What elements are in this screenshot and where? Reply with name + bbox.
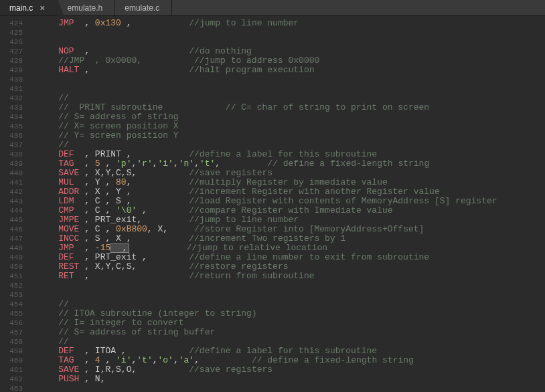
line-number: 456: [0, 318, 23, 328]
code-line: RET , //return from subroutine: [37, 272, 545, 281]
code-line: // Y= screen position Y: [37, 131, 545, 140]
code-line: NOP , //do nothing: [37, 47, 545, 56]
code-line: JMPE , PRT_exit, //jump to line number: [37, 215, 545, 225]
code-line: INCC , S , X , //increment Two registers…: [37, 234, 545, 243]
line-number: 455: [0, 309, 23, 318]
code-line: DEF , ITOA , //define a label for this s…: [37, 347, 545, 356]
line-number: 452: [0, 281, 23, 290]
line-number: 424: [0, 19, 23, 28]
line-number: 450: [0, 262, 23, 272]
tab-label: main.c: [9, 3, 33, 13]
line-number: 443: [0, 197, 23, 206]
code-line: // I= integer to convert: [37, 318, 545, 328]
code-line: [37, 75, 545, 84]
line-number: 449: [0, 253, 23, 262]
code-line: PUSH , N,: [37, 375, 545, 384]
code-line: REST , X,Y,C,S, //restore registers: [37, 262, 545, 272]
code-line: [37, 290, 545, 300]
code-line: LDM , C , S , //load Register with conte…: [37, 197, 545, 206]
code-line: DEF , PRINT , //define a label for this …: [37, 150, 545, 159]
line-number: 427: [0, 47, 23, 56]
code-line: SAVE , X,Y,C,S, //save registers: [37, 169, 545, 178]
code-line: //: [37, 300, 545, 309]
line-number: 457: [0, 328, 23, 337]
line-number: 458: [0, 337, 23, 347]
code-line: // S= address of string buffer: [37, 328, 545, 337]
code-line: [37, 281, 545, 290]
line-number: 438: [0, 150, 23, 159]
line-number: 441: [0, 178, 23, 187]
code-line: //: [37, 94, 545, 103]
line-number: 460: [0, 356, 23, 365]
code-line: //JMP , 0x0000, //jump to address 0x0000: [37, 56, 545, 66]
code-line: MUL , Y , 80, //multiply Register by imm…: [37, 178, 545, 187]
line-number: 426: [0, 37, 23, 47]
code-line: HALT , //halt program execution: [37, 66, 545, 75]
line-number: 429: [0, 66, 23, 75]
code-line: // X= screen position X: [37, 122, 545, 131]
line-number: 463: [0, 384, 23, 392]
code-area[interactable]: JMP , 0x130 , //jump to line number NOP …: [29, 16, 545, 392]
code-line: TAG , 5 , 'p','r','i','n','t', // define…: [37, 159, 545, 169]
line-number: 444: [0, 206, 23, 215]
code-line: [37, 28, 545, 37]
line-number: 431: [0, 84, 23, 94]
code-line: [37, 37, 545, 47]
line-number: 432: [0, 94, 23, 103]
line-number: 435: [0, 122, 23, 131]
code-line: CMP , C , '\0' , //compare Register with…: [37, 206, 545, 215]
line-number: 434: [0, 112, 23, 122]
line-number: 448: [0, 243, 23, 253]
line-number: 454: [0, 300, 23, 309]
line-number: 440: [0, 169, 23, 178]
line-number: 436: [0, 131, 23, 140]
line-number: 453: [0, 290, 23, 300]
tab-emulate-h[interactable]: emulate.h: [58, 0, 116, 15]
line-number: 439: [0, 159, 23, 169]
code-line: JMP , -15 , //jump to relative location: [37, 243, 545, 253]
line-number: 451: [0, 272, 23, 281]
code-line: //: [37, 337, 545, 347]
code-line: [37, 384, 545, 392]
code-line: MOVE , C , 0xB800, X, //store Register i…: [37, 225, 545, 234]
code-line: ADDR , X , Y , //increment Register with…: [37, 187, 545, 197]
line-number: 442: [0, 187, 23, 197]
line-number: 447: [0, 234, 23, 243]
line-number-gutter: 4244254264274284294304314324334344354364…: [0, 16, 29, 392]
line-number: 462: [0, 375, 23, 384]
code-line: // S= address of string: [37, 112, 545, 122]
line-number: 425: [0, 28, 23, 37]
tab-main-c[interactable]: main.c ×: [0, 0, 58, 15]
code-line: SAVE , I,R,S,O, //save registers: [37, 365, 545, 375]
line-number: 445: [0, 215, 23, 225]
line-number: 461: [0, 365, 23, 375]
line-number: 430: [0, 75, 23, 84]
editor: 4244254264274284294304314324334344354364…: [0, 16, 545, 392]
code-line: // ITOA subroutine (integer to string): [37, 309, 545, 318]
code-line: TAG , 4 , 'i','t','o','a', // define a f…: [37, 356, 545, 365]
code-line: [37, 84, 545, 94]
tab-label: emulate.h: [68, 3, 103, 13]
code-line: JMP , 0x130 , //jump to line number: [37, 19, 545, 28]
line-number: 459: [0, 347, 23, 356]
code-line: //: [37, 140, 545, 150]
line-number: 437: [0, 140, 23, 150]
close-icon[interactable]: ×: [40, 3, 45, 13]
tab-bar: main.c × emulate.h emulate.c: [0, 0, 545, 16]
tab-label: emulate.c: [125, 3, 159, 13]
code-line: // PRINT subroutine // C= char of string…: [37, 103, 545, 112]
line-number: 446: [0, 225, 23, 234]
code-line: DEF , PRT_exit , //define a line number …: [37, 253, 545, 262]
tab-emulate-c[interactable]: emulate.c: [115, 0, 172, 15]
line-number: 428: [0, 56, 23, 66]
line-number: 433: [0, 103, 23, 112]
